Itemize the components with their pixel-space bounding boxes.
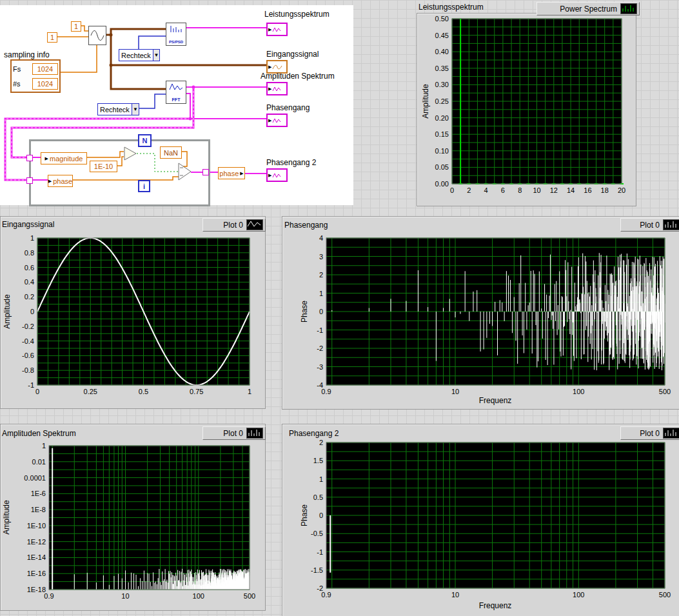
svg-text:-4: -4 [317, 381, 323, 389]
chart-title: Amplituden Spektrum [2, 429, 76, 438]
window-type-dropdown[interactable]: Rechteck ▼ [119, 49, 160, 61]
chart-plot-area: 00.250.50.75110.80.60.40.20-0.2-0.4-0.6-… [1, 217, 265, 408]
mini-graph-icon [272, 64, 282, 70]
legend-plot-icon [663, 219, 679, 230]
input-arrow-icon: ▶ [45, 156, 48, 161]
block-diagram: sampling info Fs 1024 #s 1024 1 1 PS/PSD… [0, 5, 353, 205]
loop-count-terminal[interactable]: N [138, 134, 152, 147]
y-axis-label: Phase [300, 504, 309, 526]
loop-tunnel [26, 155, 33, 161]
legend-label: Plot 0 [223, 221, 243, 230]
phase-output[interactable]: phase ▶ [218, 167, 245, 179]
dropdown-value: Rechteck [98, 106, 132, 114]
chart-phasengang: Phasengang Plot 0 Phase Frequenz 0.91010… [282, 216, 679, 410]
svg-text:2: 2 [467, 186, 471, 194]
svg-text:2: 2 [319, 271, 323, 279]
svg-text:0.00: 0.00 [435, 180, 449, 188]
mini-graph-icon [272, 26, 282, 33]
numeric-constant[interactable]: 1 [71, 21, 81, 32]
svg-text:1: 1 [30, 234, 34, 242]
dropdown-value: Rechteck [119, 52, 153, 59]
chart-plot-area: 024681012141618200.500.450.400.350.300.2… [417, 14, 636, 206]
power-spectrum-function-icon[interactable]: PS/PSD [166, 23, 186, 46]
svg-text:1: 1 [42, 442, 46, 450]
legend-plot-icon [246, 219, 263, 230]
fft-label: FFT [172, 97, 181, 102]
indicator-label: Phasengang 2 [266, 158, 316, 167]
indicator-label: Phasengang [266, 103, 310, 112]
plot-legend[interactable]: Plot 0 [620, 426, 679, 440]
svg-text:14: 14 [567, 186, 575, 194]
legend-plot-icon [620, 3, 637, 14]
svg-text:0.75: 0.75 [190, 388, 203, 395]
magnitude-input[interactable]: ▶ magnitude [41, 152, 87, 164]
indicator-arrow-icon: ▶ [268, 118, 271, 123]
chart-title: Eingangssignal [2, 220, 54, 229]
legend-plot-icon [663, 428, 679, 439]
tolerance-constant[interactable]: 1E-10 [90, 161, 117, 172]
phasengang-2-terminal[interactable]: ▶ [266, 168, 288, 182]
svg-text:6: 6 [501, 186, 505, 194]
signal-generator-icon[interactable] [88, 26, 106, 45]
plot-legend[interactable]: Power Spectrum [536, 2, 640, 15]
loop-iteration-terminal[interactable]: i [138, 180, 150, 192]
svg-text:0.10: 0.10 [435, 147, 449, 155]
svg-text:-1: -1 [317, 548, 323, 556]
svg-text:100: 100 [193, 592, 204, 600]
svg-text:1E-8: 1E-8 [31, 506, 46, 513]
select-function-icon[interactable] [178, 163, 192, 181]
svg-text:1: 1 [319, 290, 323, 297]
chart-eingangssignal: Eingangssignal Plot 0 Amplitude 00.250.5… [0, 216, 266, 409]
chart-plot-area: 0.91010050021.510.50-0.5-1-1.5-2 [282, 424, 679, 616]
svg-text:500: 500 [659, 388, 671, 395]
window-type-dropdown-2[interactable]: Rechteck ▼ [97, 103, 139, 115]
less-than-icon[interactable] [124, 146, 138, 161]
indicator-label: Eingangssignal [266, 50, 319, 59]
y-axis-label: Phase [300, 301, 309, 323]
indicator-arrow-icon: ▶ [268, 27, 271, 32]
plot-legend[interactable]: Plot 0 [620, 218, 679, 232]
plot-legend[interactable]: Plot 0 [202, 218, 266, 232]
plot-legend[interactable]: Plot 0 [202, 426, 266, 440]
indicator-arrow-icon: ▶ [268, 86, 271, 91]
svg-text:0.5: 0.5 [313, 493, 323, 501]
svg-text:8: 8 [518, 186, 522, 194]
indicator-arrow-icon: ▶ [268, 65, 271, 69]
svg-text:-0.4: -0.4 [22, 337, 34, 345]
nan-constant[interactable]: NaN [160, 146, 182, 159]
ns-value[interactable]: 1024 [32, 78, 58, 90]
leistungsspektrum-terminal[interactable]: ▶ [266, 23, 288, 36]
svg-text:1.5: 1.5 [313, 457, 323, 464]
x-axis-label: Frequenz [479, 396, 512, 405]
svg-text:-3: -3 [317, 363, 323, 371]
svg-text:-0.2: -0.2 [22, 323, 34, 330]
svg-text:0.9: 0.9 [321, 591, 331, 599]
numeric-constant[interactable]: 1 [47, 32, 57, 43]
sampling-info-cluster[interactable]: Fs 1024 #s 1024 [10, 59, 61, 93]
svg-text:18: 18 [601, 186, 609, 194]
amplituden-spektrum-terminal[interactable]: ▶ [266, 82, 288, 95]
svg-text:0: 0 [30, 308, 34, 315]
y-axis-label: Amplitude [3, 294, 12, 328]
svg-text:-0.6: -0.6 [22, 352, 34, 359]
svg-text:10: 10 [533, 186, 540, 194]
legend-plot-icon [246, 428, 263, 439]
legend-label: Plot 0 [640, 221, 660, 230]
svg-text:0.01: 0.01 [32, 458, 46, 466]
output-arrow-icon: ▶ [240, 171, 243, 175]
svg-text:0.25: 0.25 [84, 388, 97, 395]
svg-text:100: 100 [573, 591, 584, 599]
svg-text:0.25: 0.25 [435, 97, 449, 105]
magnitude-label: magnitude [50, 155, 83, 163]
spectrum-glyph [169, 25, 183, 33]
fft-function-icon[interactable]: FFT [166, 81, 186, 104]
svg-text:0.30: 0.30 [435, 81, 449, 88]
indicator-label: Amplituden Spektrum [261, 72, 335, 81]
chevron-down-icon[interactable]: ▼ [132, 104, 139, 115]
phasengang-terminal[interactable]: ▶ [266, 114, 288, 127]
fs-value[interactable]: 1024 [32, 63, 58, 75]
chevron-down-icon[interactable]: ▼ [153, 50, 159, 61]
svg-text:20: 20 [618, 186, 625, 194]
chart-title: Phasengang [284, 221, 328, 230]
phase-input[interactable]: ▶ phase [48, 175, 73, 187]
